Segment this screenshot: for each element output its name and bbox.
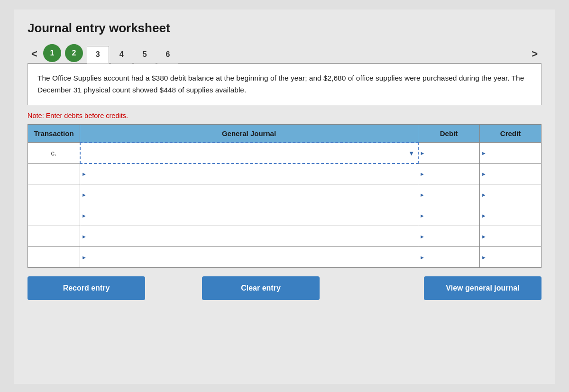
cell-gj-2[interactable]: ►: [80, 184, 418, 205]
view-general-journal-button[interactable]: View general journal: [424, 276, 541, 300]
cell-transaction-2: [28, 184, 80, 205]
tab-6[interactable]: 6: [157, 46, 179, 64]
cell-debit-0[interactable]: ►: [418, 143, 480, 164]
buttons-row: Record entry Clear entry View general jo…: [28, 276, 541, 300]
cell-credit-1[interactable]: ►: [480, 164, 541, 184]
tab-2[interactable]: 2: [65, 44, 83, 62]
gj-input-1[interactable]: [80, 164, 418, 184]
cell-debit-3[interactable]: ►: [418, 205, 480, 226]
cell-credit-4[interactable]: ►: [480, 226, 541, 247]
gj-input-4[interactable]: [80, 226, 418, 246]
description-text: The Office Supplies account had a $380 d…: [37, 74, 524, 94]
table-header-row: Transaction General Journal Debit Credit: [28, 124, 541, 143]
table-row: c.▼►►: [28, 143, 541, 164]
clear-entry-button[interactable]: Clear entry: [202, 276, 320, 300]
cell-gj-1[interactable]: ►: [80, 164, 418, 184]
journal-table: Transaction General Journal Debit Credit…: [28, 124, 541, 268]
cell-credit-0[interactable]: ►: [480, 143, 541, 164]
cell-gj-5[interactable]: ►: [80, 247, 418, 268]
header-transaction: Transaction: [28, 124, 80, 143]
header-credit: Credit: [480, 124, 541, 143]
credit-input-2[interactable]: [480, 184, 541, 205]
nav-left-arrow[interactable]: <: [28, 46, 41, 62]
cell-credit-5[interactable]: ►: [480, 247, 541, 268]
table-row: ►►►: [28, 226, 541, 247]
cell-debit-4[interactable]: ►: [418, 226, 480, 247]
gj-input-2[interactable]: [80, 184, 418, 205]
table-row: ►►►: [28, 184, 541, 205]
cell-debit-1[interactable]: ►: [418, 164, 480, 184]
cell-transaction-1: [28, 164, 80, 184]
credit-input-5[interactable]: [480, 247, 541, 267]
cell-credit-3[interactable]: ►: [480, 205, 541, 226]
gj-input-5[interactable]: [80, 247, 418, 267]
credit-input-4[interactable]: [480, 226, 541, 246]
page-title: Journal entry worksheet: [28, 21, 541, 36]
cell-debit-5[interactable]: ►: [418, 247, 480, 268]
note-text: Note: Enter debits before credits.: [28, 112, 541, 119]
cell-transaction-5: [28, 247, 80, 268]
table-row: ►►►: [28, 164, 541, 184]
debit-input-1[interactable]: [418, 164, 479, 184]
record-entry-button[interactable]: Record entry: [28, 276, 145, 300]
tab-5[interactable]: 5: [134, 46, 156, 64]
cell-transaction-3: [28, 205, 80, 226]
header-debit: Debit: [418, 124, 480, 143]
cell-gj-4[interactable]: ►: [80, 226, 418, 247]
tab-3[interactable]: 3: [87, 46, 109, 64]
gj-input-3[interactable]: [80, 205, 418, 226]
nav-right-arrow[interactable]: >: [528, 46, 541, 62]
tab-4[interactable]: 4: [111, 46, 132, 64]
header-general-journal: General Journal: [80, 124, 418, 143]
worksheet-container: Journal entry worksheet < 1 2 3 4 5 6 > …: [14, 9, 555, 384]
cell-debit-2[interactable]: ►: [418, 184, 480, 205]
description-box: The Office Supplies account had a $380 d…: [28, 64, 541, 105]
debit-input-2[interactable]: [418, 184, 479, 205]
tab-1[interactable]: 1: [43, 44, 61, 62]
cell-transaction-4: [28, 226, 80, 247]
debit-input-5[interactable]: [418, 247, 479, 267]
cell-credit-2[interactable]: ►: [480, 184, 541, 205]
debit-input-3[interactable]: [418, 205, 479, 226]
table-row: ►►►: [28, 247, 541, 268]
credit-input-0[interactable]: [480, 143, 541, 163]
table-row: ►►►: [28, 205, 541, 226]
cell-transaction-0: c.: [28, 143, 80, 164]
cell-gj-0[interactable]: ▼: [80, 143, 418, 164]
cell-gj-3[interactable]: ►: [80, 205, 418, 226]
debit-input-4[interactable]: [418, 226, 479, 246]
credit-input-3[interactable]: [480, 205, 541, 226]
tabs-wrapper: < 1 2 3 4 5 6 >: [28, 44, 541, 64]
table-body: c.▼►►►►►►►►►►►►►►►►►: [28, 143, 541, 268]
credit-input-1[interactable]: [480, 164, 541, 184]
gj-input-0[interactable]: [81, 143, 418, 163]
debit-input-0[interactable]: [419, 143, 480, 163]
